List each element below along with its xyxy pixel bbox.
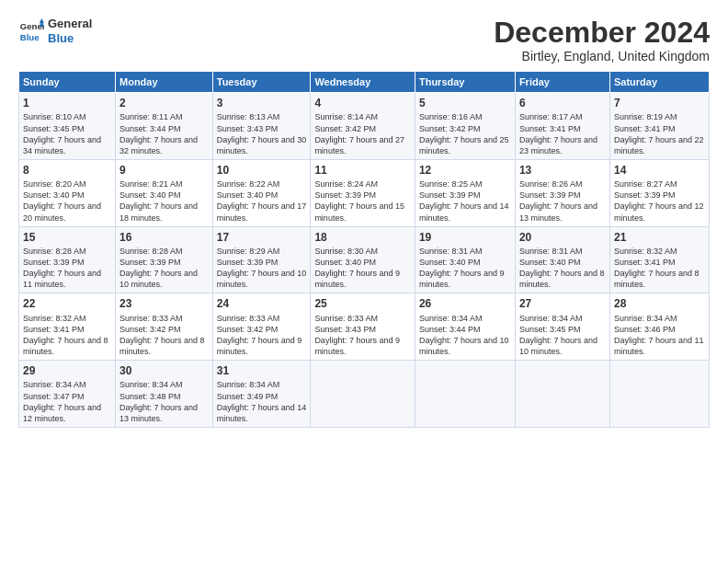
calendar-cell bbox=[609, 361, 709, 428]
calendar-cell bbox=[311, 361, 415, 428]
sunrise-text: Sunrise: 8:11 AM bbox=[119, 111, 209, 122]
calendar-cell: 19Sunrise: 8:31 AMSunset: 3:40 PMDayligh… bbox=[415, 226, 515, 293]
sunrise-text: Sunrise: 8:34 AM bbox=[217, 379, 307, 390]
sunrise-text: Sunrise: 8:28 AM bbox=[23, 246, 111, 257]
sunset-text: Sunset: 3:40 PM bbox=[23, 190, 111, 201]
sunrise-text: Sunrise: 8:33 AM bbox=[217, 313, 307, 324]
sunset-text: Sunset: 3:43 PM bbox=[314, 324, 411, 335]
daylight-text: Daylight: 7 hours and 30 minutes. bbox=[217, 134, 307, 156]
sunrise-text: Sunrise: 8:33 AM bbox=[314, 313, 411, 324]
calendar-cell: 28Sunrise: 8:34 AMSunset: 3:46 PMDayligh… bbox=[609, 293, 709, 361]
sunrise-text: Sunrise: 8:34 AM bbox=[23, 379, 111, 390]
day-number: 15 bbox=[23, 230, 111, 245]
calendar-cell: 25Sunrise: 8:33 AMSunset: 3:43 PMDayligh… bbox=[311, 293, 415, 361]
calendar-week-2: 8Sunrise: 8:20 AMSunset: 3:40 PMDaylight… bbox=[19, 159, 710, 226]
calendar-cell: 22Sunrise: 8:32 AMSunset: 3:41 PMDayligh… bbox=[19, 293, 116, 361]
daylight-text: Daylight: 7 hours and 11 minutes. bbox=[614, 335, 705, 357]
daylight-text: Daylight: 7 hours and 23 minutes. bbox=[519, 134, 606, 156]
sunrise-text: Sunrise: 8:21 AM bbox=[119, 178, 209, 190]
day-number: 4 bbox=[314, 96, 411, 110]
column-header-friday: Friday bbox=[515, 72, 609, 93]
calendar-cell: 17Sunrise: 8:29 AMSunset: 3:39 PMDayligh… bbox=[212, 226, 311, 293]
daylight-text: Daylight: 7 hours and 14 minutes. bbox=[419, 201, 511, 223]
day-number: 21 bbox=[614, 230, 705, 245]
column-header-thursday: Thursday bbox=[415, 72, 515, 93]
sunrise-text: Sunrise: 8:10 AM bbox=[23, 111, 111, 122]
daylight-text: Daylight: 7 hours and 11 minutes. bbox=[23, 268, 111, 290]
day-number: 3 bbox=[217, 96, 307, 110]
calendar-cell: 3Sunrise: 8:13 AMSunset: 3:43 PMDaylight… bbox=[212, 93, 311, 160]
calendar-week-3: 15Sunrise: 8:28 AMSunset: 3:39 PMDayligh… bbox=[19, 226, 710, 293]
sunset-text: Sunset: 3:42 PM bbox=[314, 123, 411, 134]
daylight-text: Daylight: 7 hours and 8 minutes. bbox=[23, 335, 111, 357]
calendar-cell: 26Sunrise: 8:34 AMSunset: 3:44 PMDayligh… bbox=[415, 293, 515, 361]
calendar-page: General Blue General Blue December 2024 … bbox=[0, 0, 728, 563]
sunrise-text: Sunrise: 8:16 AM bbox=[419, 111, 511, 122]
sunset-text: Sunset: 3:42 PM bbox=[119, 324, 209, 335]
calendar-cell: 14Sunrise: 8:27 AMSunset: 3:39 PMDayligh… bbox=[609, 159, 709, 226]
column-header-sunday: Sunday bbox=[19, 72, 116, 93]
day-number: 14 bbox=[614, 163, 705, 178]
daylight-text: Daylight: 7 hours and 10 minutes. bbox=[519, 335, 606, 357]
sunset-text: Sunset: 3:41 PM bbox=[519, 123, 606, 134]
day-number: 8 bbox=[23, 163, 111, 178]
sunrise-text: Sunrise: 8:27 AM bbox=[614, 178, 705, 190]
sunset-text: Sunset: 3:45 PM bbox=[519, 324, 606, 335]
day-number: 13 bbox=[519, 163, 606, 178]
sunrise-text: Sunrise: 8:31 AM bbox=[419, 246, 511, 257]
column-header-tuesday: Tuesday bbox=[212, 72, 311, 93]
sunrise-text: Sunrise: 8:33 AM bbox=[119, 313, 209, 324]
daylight-text: Daylight: 7 hours and 17 minutes. bbox=[217, 201, 307, 223]
calendar-cell: 23Sunrise: 8:33 AMSunset: 3:42 PMDayligh… bbox=[116, 293, 213, 361]
daylight-text: Daylight: 7 hours and 22 minutes. bbox=[614, 134, 705, 156]
daylight-text: Daylight: 7 hours and 13 minutes. bbox=[119, 402, 209, 424]
calendar-cell: 31Sunrise: 8:34 AMSunset: 3:49 PMDayligh… bbox=[212, 361, 311, 428]
daylight-text: Daylight: 7 hours and 9 minutes. bbox=[217, 335, 307, 357]
calendar-cell: 16Sunrise: 8:28 AMSunset: 3:39 PMDayligh… bbox=[116, 226, 213, 293]
sunset-text: Sunset: 3:40 PM bbox=[119, 190, 209, 201]
day-number: 5 bbox=[419, 96, 511, 110]
sunset-text: Sunset: 3:39 PM bbox=[614, 190, 705, 201]
calendar-cell: 29Sunrise: 8:34 AMSunset: 3:47 PMDayligh… bbox=[19, 361, 116, 428]
day-number: 9 bbox=[119, 163, 209, 178]
calendar-cell: 15Sunrise: 8:28 AMSunset: 3:39 PMDayligh… bbox=[19, 226, 116, 293]
day-number: 22 bbox=[23, 296, 111, 311]
sunrise-text: Sunrise: 8:17 AM bbox=[519, 111, 606, 122]
day-number: 10 bbox=[217, 163, 307, 178]
calendar-cell: 9Sunrise: 8:21 AMSunset: 3:40 PMDaylight… bbox=[116, 159, 213, 226]
calendar-cell: 8Sunrise: 8:20 AMSunset: 3:40 PMDaylight… bbox=[19, 159, 116, 226]
calendar-cell bbox=[415, 361, 515, 428]
daylight-text: Daylight: 7 hours and 9 minutes. bbox=[314, 335, 411, 357]
day-number: 28 bbox=[614, 296, 705, 311]
sunset-text: Sunset: 3:40 PM bbox=[314, 257, 411, 268]
daylight-text: Daylight: 7 hours and 15 minutes. bbox=[314, 201, 411, 223]
sunset-text: Sunset: 3:44 PM bbox=[419, 324, 511, 335]
daylight-text: Daylight: 7 hours and 32 minutes. bbox=[119, 134, 209, 156]
sunset-text: Sunset: 3:41 PM bbox=[614, 257, 705, 268]
calendar-cell: 27Sunrise: 8:34 AMSunset: 3:45 PMDayligh… bbox=[515, 293, 609, 361]
calendar-cell: 6Sunrise: 8:17 AMSunset: 3:41 PMDaylight… bbox=[515, 93, 609, 160]
sunset-text: Sunset: 3:43 PM bbox=[217, 123, 307, 134]
daylight-text: Daylight: 7 hours and 10 minutes. bbox=[119, 268, 209, 290]
calendar-cell: 24Sunrise: 8:33 AMSunset: 3:42 PMDayligh… bbox=[212, 293, 311, 361]
sunrise-text: Sunrise: 8:34 AM bbox=[419, 313, 511, 324]
sunrise-text: Sunrise: 8:13 AM bbox=[217, 111, 307, 122]
logo-line2: Blue bbox=[48, 31, 92, 46]
daylight-text: Daylight: 7 hours and 8 minutes. bbox=[519, 268, 606, 290]
calendar-cell: 2Sunrise: 8:11 AMSunset: 3:44 PMDaylight… bbox=[116, 93, 213, 160]
sunset-text: Sunset: 3:39 PM bbox=[519, 190, 606, 201]
calendar-cell: 30Sunrise: 8:34 AMSunset: 3:48 PMDayligh… bbox=[116, 361, 213, 428]
day-number: 24 bbox=[217, 296, 307, 311]
sunrise-text: Sunrise: 8:19 AM bbox=[614, 111, 705, 122]
day-number: 7 bbox=[614, 96, 705, 110]
subtitle: Birtley, England, United Kingdom bbox=[494, 49, 710, 63]
sunset-text: Sunset: 3:45 PM bbox=[23, 123, 111, 134]
sunrise-text: Sunrise: 8:14 AM bbox=[314, 111, 411, 122]
daylight-text: Daylight: 7 hours and 13 minutes. bbox=[519, 201, 606, 223]
calendar-cell: 20Sunrise: 8:31 AMSunset: 3:40 PMDayligh… bbox=[515, 226, 609, 293]
page-header: General Blue General Blue December 2024 … bbox=[18, 17, 710, 63]
sunset-text: Sunset: 3:40 PM bbox=[217, 190, 307, 201]
logo-icon: General Blue bbox=[18, 18, 44, 44]
sunset-text: Sunset: 3:42 PM bbox=[419, 123, 511, 134]
daylight-text: Daylight: 7 hours and 27 minutes. bbox=[314, 134, 411, 156]
